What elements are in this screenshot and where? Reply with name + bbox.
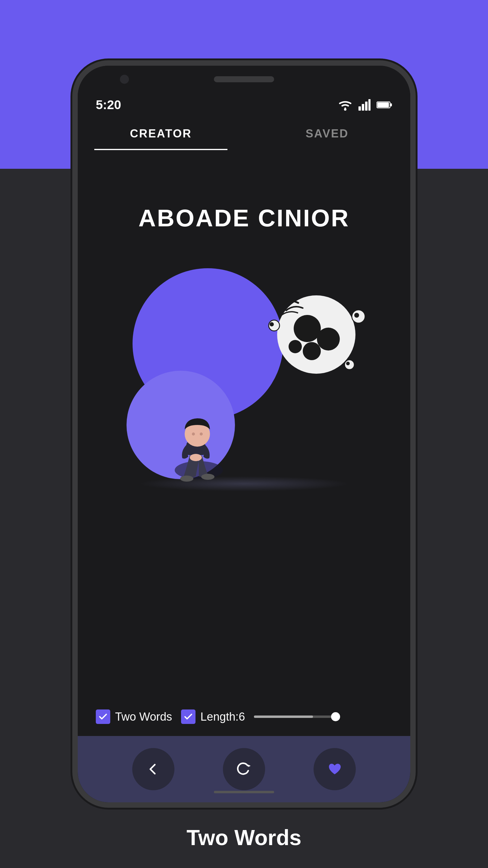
speaker bbox=[214, 76, 274, 82]
tab-bar: CREATOR SAVED bbox=[78, 117, 410, 150]
tab-saved[interactable]: SAVED bbox=[244, 117, 410, 150]
svg-point-16 bbox=[294, 315, 321, 342]
controls-section: Two Words Length:6 bbox=[78, 710, 410, 730]
svg-rect-3 bbox=[365, 101, 367, 111]
two-words-checkbox[interactable] bbox=[96, 710, 110, 724]
phone-notch bbox=[78, 66, 410, 93]
abstract-ball bbox=[265, 286, 367, 383]
svg-point-19 bbox=[289, 340, 302, 353]
svg-point-13 bbox=[201, 474, 215, 480]
length-checkbox-item[interactable]: Length:6 bbox=[181, 710, 245, 724]
battery-icon bbox=[377, 101, 392, 109]
slider-track[interactable] bbox=[254, 715, 338, 718]
generated-word: ABOADE CINIOR bbox=[138, 204, 350, 232]
two-words-checkbox-item[interactable]: Two Words bbox=[96, 710, 172, 724]
tab-creator[interactable]: CREATOR bbox=[78, 117, 244, 150]
svg-point-0 bbox=[344, 108, 347, 111]
svg-point-18 bbox=[303, 342, 321, 360]
heart-button[interactable] bbox=[314, 748, 356, 790]
two-words-label: Two Words bbox=[115, 710, 172, 723]
svg-point-10 bbox=[192, 433, 195, 435]
side-button[interactable] bbox=[412, 277, 416, 322]
wifi-icon bbox=[338, 99, 352, 111]
refresh-button[interactable] bbox=[223, 748, 265, 790]
heart-icon bbox=[327, 761, 343, 778]
svg-rect-6 bbox=[378, 102, 389, 107]
person-figure bbox=[157, 395, 241, 491]
svg-rect-2 bbox=[362, 104, 364, 111]
length-checkbox[interactable] bbox=[181, 710, 195, 724]
status-time: 5:20 bbox=[96, 98, 121, 112]
back-button[interactable] bbox=[132, 748, 174, 790]
signal-icon bbox=[358, 99, 370, 111]
length-label: Length:6 bbox=[200, 710, 245, 723]
svg-point-23 bbox=[354, 313, 359, 318]
svg-point-14 bbox=[190, 454, 202, 461]
svg-point-12 bbox=[180, 475, 193, 482]
check-icon bbox=[99, 713, 107, 720]
camera bbox=[120, 75, 129, 84]
svg-point-17 bbox=[317, 328, 340, 350]
svg-point-11 bbox=[200, 433, 203, 435]
status-bar: 5:20 bbox=[78, 93, 410, 117]
slider-thumb[interactable] bbox=[331, 712, 340, 721]
bottom-app-name: Two Words bbox=[187, 825, 301, 850]
status-icons bbox=[338, 99, 392, 111]
svg-rect-4 bbox=[368, 99, 370, 111]
svg-point-21 bbox=[270, 322, 274, 327]
check-icon-2 bbox=[184, 713, 193, 720]
illustration bbox=[108, 244, 380, 516]
checkbox-row: Two Words Length:6 bbox=[96, 710, 392, 724]
svg-point-24 bbox=[345, 360, 354, 370]
refresh-icon bbox=[235, 761, 252, 778]
phone-frame: 5:20 CR bbox=[72, 60, 416, 808]
back-icon bbox=[146, 762, 161, 777]
svg-rect-7 bbox=[390, 103, 392, 106]
slider-container[interactable] bbox=[254, 715, 392, 718]
svg-point-25 bbox=[346, 362, 350, 365]
phone-content: ABOADE CINIOR bbox=[78, 150, 410, 802]
slider-fill bbox=[254, 715, 313, 718]
svg-rect-1 bbox=[358, 106, 361, 111]
home-indicator bbox=[214, 791, 274, 793]
